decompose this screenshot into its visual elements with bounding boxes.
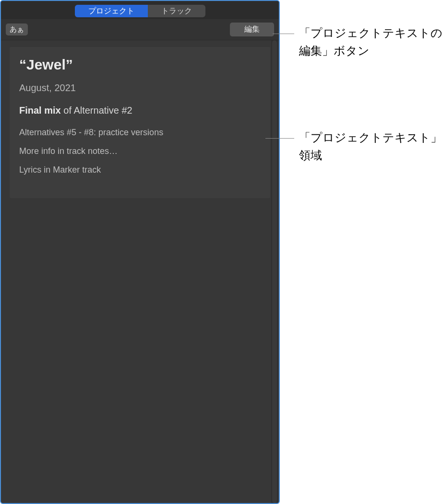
note-alternatives: Alternatives #5 - #8: practice versions: [19, 128, 261, 138]
edit-button[interactable]: 編集: [230, 23, 274, 36]
scroll-thumb[interactable]: [272, 40, 277, 503]
toolbar: あぁ 編集: [1, 19, 279, 40]
callout-text-area: 「プロジェクトテキスト」領域: [299, 129, 443, 164]
content-area: “Jewel” August, 2021 Final mix of Altern…: [1, 40, 279, 503]
notepad-window: プロジェクト トラック あぁ 編集 “Jewel” August, 2021 F…: [0, 0, 280, 504]
callout-leader-line: [273, 34, 294, 34]
note-more-info: More info in track notes…: [19, 146, 261, 156]
callout-edit-button: 「プロジェクトテキストの編集」ボタン: [299, 24, 443, 59]
note-mix-rest: of Alternative #2: [61, 105, 132, 116]
segmented-control: プロジェクト トラック: [75, 5, 205, 17]
callout-leader-line: [265, 138, 294, 139]
tab-project[interactable]: プロジェクト: [75, 5, 148, 17]
vertical-scrollbar[interactable]: [271, 40, 278, 503]
callout-edit-button-text: 「プロジェクトテキストの編集」ボタン: [299, 26, 443, 57]
project-text-area[interactable]: “Jewel” August, 2021 Final mix of Altern…: [10, 47, 270, 198]
note-lyrics: Lyrics in Marker track: [19, 165, 261, 175]
tab-bar: プロジェクト トラック: [1, 1, 279, 19]
note-mix-bold: Final mix: [19, 105, 61, 116]
note-date: August, 2021: [19, 82, 261, 94]
note-title: “Jewel”: [19, 57, 261, 73]
tab-track[interactable]: トラック: [148, 5, 205, 17]
font-style-button[interactable]: あぁ: [6, 23, 28, 35]
callout-text-area-text: 「プロジェクトテキスト」領域: [299, 131, 442, 162]
note-mix-line: Final mix of Alternative #2: [19, 105, 261, 116]
